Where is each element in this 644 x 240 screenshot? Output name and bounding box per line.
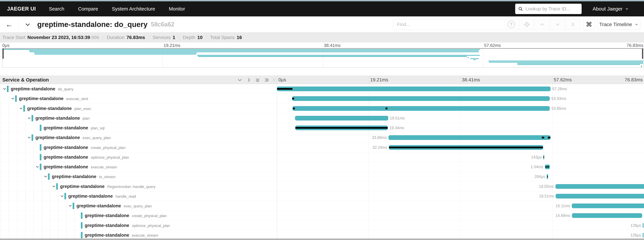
span-service-name[interactable]: greptime-standaloneexec_query_plan	[36, 133, 111, 142]
span-duration-label: 57.28ms	[552, 84, 567, 94]
span-row[interactable]: greptime-standalonecreate_physical_plan1…	[0, 211, 644, 221]
span-row[interactable]: greptime-standalonehandle_read18.51ms	[0, 191, 644, 201]
ruler-tick-label: 38.41ms	[462, 76, 480, 84]
span-duration-bar[interactable]	[556, 194, 644, 199]
back-button[interactable]: ←	[0, 16, 18, 32]
trace-lookup-box[interactable]	[515, 4, 582, 14]
span-service-name[interactable]: greptime-standaloneplan	[36, 113, 90, 123]
span-duration-bar[interactable]	[544, 155, 544, 159]
span-duration-bar[interactable]	[292, 96, 550, 101]
span-collapse-chevron[interactable]	[27, 135, 31, 140]
find-prev-button[interactable]	[534, 19, 550, 30]
span-duration-bar[interactable]	[389, 145, 543, 150]
span-collapse-chevron[interactable]	[19, 106, 23, 111]
view-selector[interactable]: Trace Timeline	[598, 19, 640, 30]
keyboard-shortcuts-button[interactable]: ⌘	[583, 19, 595, 30]
span-service-name[interactable]: greptime-standalonecreate_physical_plan	[85, 211, 166, 221]
find-next-button[interactable]	[550, 19, 565, 30]
span-duration-bar[interactable]	[292, 106, 550, 111]
span-duration-bar[interactable]	[295, 125, 388, 130]
app-logo[interactable]: JAEGER UI	[7, 6, 36, 12]
ruler-tick-label: 19.21ms	[370, 76, 388, 84]
span-row[interactable]: greptime-standalonedo_query57.28ms	[0, 84, 644, 94]
summary-label: Total Spans	[210, 35, 234, 40]
span-row[interactable]: greptime-standalonecreate_physical_plan3…	[0, 143, 644, 152]
minimap-canvas[interactable]	[2, 48, 643, 68]
expand-one-icon[interactable]	[246, 77, 252, 84]
ruler-tick-label: 0μs	[278, 76, 286, 84]
span-service-name[interactable]: greptime-standaloneRegionInvoker::handle…	[60, 182, 156, 191]
span-collapse-chevron[interactable]	[27, 116, 31, 121]
find-focus-button[interactable]	[519, 19, 534, 30]
span-duration-label: 14.69ms	[556, 211, 570, 221]
span-row[interactable]: greptime-standaloneto_stream264μs	[0, 172, 644, 181]
nav-item-system-architecture[interactable]: System Architecture	[112, 6, 155, 12]
span-duration-bar[interactable]	[643, 233, 644, 238]
collapse-one-icon[interactable]	[237, 77, 243, 84]
span-service-name[interactable]: greptime-standaloneto_stream	[52, 172, 116, 181]
span-service-name[interactable]: greptime-standalonecreate_physical_plan	[44, 143, 126, 152]
span-row[interactable]: greptime-standaloneexec_query_plan15.11m…	[0, 201, 644, 211]
span-service-name[interactable]: greptime-standalonedo_query	[11, 84, 73, 94]
span-service-name[interactable]: greptime-standaloneplan_sql	[44, 123, 105, 133]
span-duration-bar[interactable]	[388, 135, 550, 140]
summary-value: November 23 2023, 16:53:39	[27, 35, 90, 40]
span-collapse-chevron[interactable]	[60, 194, 64, 199]
span-row[interactable]: greptime-standaloneoptimize_physical_pla…	[0, 152, 644, 162]
span-row[interactable]: greptime-standaloneoptimize_physical_pla…	[0, 221, 644, 230]
find-box[interactable]	[393, 19, 504, 30]
span-service-name[interactable]: greptime-standaloneplan_exec	[27, 104, 91, 113]
span-row[interactable]: greptime-standaloneplan_sql19.34ms	[0, 123, 644, 133]
span-collapse-chevron[interactable]	[2, 87, 7, 92]
span-operation-name: execute_stream	[91, 165, 117, 169]
span-service-name[interactable]: greptime-standaloneexec_query_plan	[76, 201, 152, 211]
span-duration-label: 18.55ms	[539, 182, 554, 191]
span-duration-bar[interactable]	[295, 116, 388, 120]
horizontal-scrollbar[interactable]	[0, 239, 644, 240]
find-input[interactable]	[397, 22, 498, 27]
span-duration-bar[interactable]	[545, 164, 550, 169]
span-duration-bar[interactable]	[572, 213, 642, 218]
span-duration-bar[interactable]	[556, 184, 644, 189]
span-duration-bar[interactable]	[643, 223, 644, 228]
collapse-all-icon[interactable]	[254, 77, 260, 84]
span-collapse-chevron[interactable]	[35, 165, 40, 170]
span-service-name[interactable]: greptime-standaloneexecute_stmt	[19, 94, 88, 104]
span-duration-bar[interactable]	[277, 87, 550, 91]
nav-item-monitor[interactable]: Monitor	[169, 6, 185, 12]
viewport-left-handle[interactable]	[2, 49, 4, 59]
span-row[interactable]: greptime-standaloneRegionInvoker::handle…	[0, 182, 644, 191]
viewport-right-handle[interactable]	[642, 49, 643, 59]
indent-guide	[17, 123, 17, 132]
span-duration-bar[interactable]	[572, 204, 644, 208]
find-clear-button[interactable]: X	[565, 19, 581, 30]
span-service-name[interactable]: greptime-standaloneexecute_stream	[44, 162, 117, 172]
expand-all-icon[interactable]	[264, 77, 270, 84]
span-service-name[interactable]: greptime-standaloneoptimize_physical_pla…	[85, 221, 170, 230]
trace-lookup-input[interactable]	[525, 6, 576, 12]
span-row[interactable]: greptime-standaloneplan_exec53.85ms	[0, 104, 644, 113]
span-row[interactable]: greptime-standaloneplan19.51ms	[0, 113, 644, 123]
about-jaeger-menu[interactable]: About Jaeger	[593, 6, 629, 12]
span-row[interactable]: greptime-standaloneexecute_stream1.04ms	[0, 162, 644, 172]
nav-item-compare[interactable]: Compare	[78, 6, 98, 12]
critical-path-segment	[293, 108, 295, 109]
span-operation-name: plan_sql	[91, 126, 105, 130]
span-collapse-chevron[interactable]	[52, 184, 56, 189]
find-help-button[interactable]: ?	[504, 19, 519, 30]
timeline-column-header: Service & Operation 0μs19.21ms38.41ms57.…	[0, 76, 644, 84]
span-row[interactable]: greptime-standaloneexec_query_plan33.89m…	[0, 133, 644, 142]
span-collapse-chevron[interactable]	[10, 96, 15, 102]
span-service-name[interactable]: greptime-standalonehandle_read	[68, 191, 136, 201]
column-resize-grip[interactable]	[273, 78, 276, 82]
summary-value-suffix: .906	[90, 35, 99, 40]
span-collapse-chevron[interactable]	[44, 174, 48, 179]
span-operation-name: optimize_physical_plan	[91, 155, 129, 159]
trace-collapse-chevron[interactable]	[24, 21, 31, 28]
summary-label: Duration	[107, 35, 124, 40]
nav-item-search[interactable]: Search	[49, 6, 64, 12]
span-row[interactable]: greptime-standaloneexecute_stmt53.93ms	[0, 94, 644, 104]
span-collapse-chevron[interactable]	[68, 204, 72, 209]
span-service-name[interactable]: greptime-standaloneoptimize_physical_pla…	[44, 152, 129, 162]
span-duration-bar[interactable]	[547, 174, 548, 179]
